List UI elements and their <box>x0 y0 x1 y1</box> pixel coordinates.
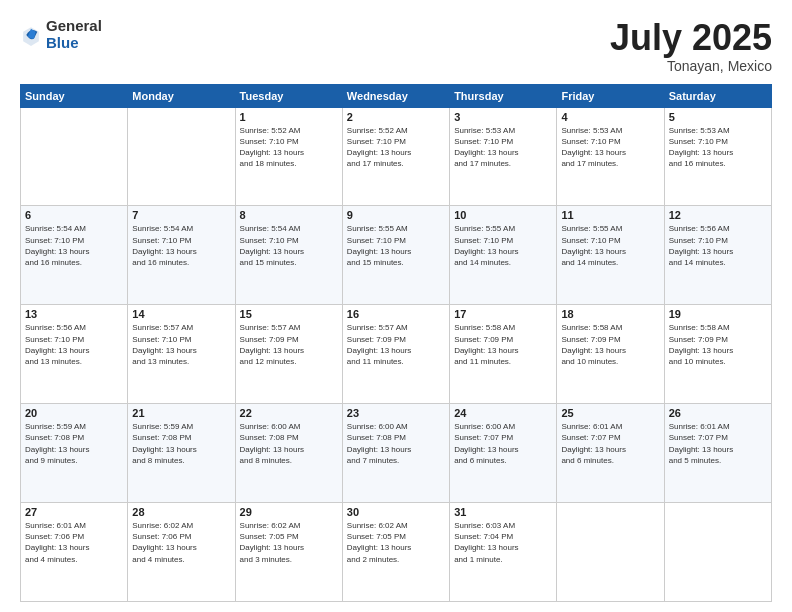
calendar-cell: 2Sunrise: 5:52 AMSunset: 7:10 PMDaylight… <box>342 107 449 206</box>
cell-info: Sunrise: 6:03 AMSunset: 7:04 PMDaylight:… <box>454 520 552 565</box>
day-number: 22 <box>240 407 338 419</box>
day-number: 13 <box>25 308 123 320</box>
col-saturday: Saturday <box>664 84 771 107</box>
cell-info: Sunrise: 5:58 AMSunset: 7:09 PMDaylight:… <box>561 322 659 367</box>
cell-info: Sunrise: 6:02 AMSunset: 7:06 PMDaylight:… <box>132 520 230 565</box>
calendar-cell: 5Sunrise: 5:53 AMSunset: 7:10 PMDaylight… <box>664 107 771 206</box>
day-number: 7 <box>132 209 230 221</box>
cell-info: Sunrise: 6:01 AMSunset: 7:06 PMDaylight:… <box>25 520 123 565</box>
page: General Blue July 2025 Tonayan, Mexico S… <box>0 0 792 612</box>
day-number: 5 <box>669 111 767 123</box>
day-number: 6 <box>25 209 123 221</box>
title-block: July 2025 Tonayan, Mexico <box>610 18 772 74</box>
cell-info: Sunrise: 6:00 AMSunset: 7:08 PMDaylight:… <box>347 421 445 466</box>
cell-info: Sunrise: 5:56 AMSunset: 7:10 PMDaylight:… <box>669 223 767 268</box>
calendar-cell: 7Sunrise: 5:54 AMSunset: 7:10 PMDaylight… <box>128 206 235 305</box>
cell-info: Sunrise: 5:53 AMSunset: 7:10 PMDaylight:… <box>454 125 552 170</box>
col-thursday: Thursday <box>450 84 557 107</box>
calendar-cell: 30Sunrise: 6:02 AMSunset: 7:05 PMDayligh… <box>342 503 449 602</box>
day-number: 8 <box>240 209 338 221</box>
day-number: 19 <box>669 308 767 320</box>
calendar-cell: 18Sunrise: 5:58 AMSunset: 7:09 PMDayligh… <box>557 305 664 404</box>
calendar-table: Sunday Monday Tuesday Wednesday Thursday… <box>20 84 772 602</box>
col-friday: Friday <box>557 84 664 107</box>
cell-info: Sunrise: 5:56 AMSunset: 7:10 PMDaylight:… <box>25 322 123 367</box>
cell-info: Sunrise: 5:55 AMSunset: 7:10 PMDaylight:… <box>347 223 445 268</box>
cell-info: Sunrise: 5:54 AMSunset: 7:10 PMDaylight:… <box>25 223 123 268</box>
calendar-cell: 8Sunrise: 5:54 AMSunset: 7:10 PMDaylight… <box>235 206 342 305</box>
calendar-cell: 14Sunrise: 5:57 AMSunset: 7:10 PMDayligh… <box>128 305 235 404</box>
calendar-header-row: Sunday Monday Tuesday Wednesday Thursday… <box>21 84 772 107</box>
calendar-cell: 15Sunrise: 5:57 AMSunset: 7:09 PMDayligh… <box>235 305 342 404</box>
day-number: 1 <box>240 111 338 123</box>
month-title: July 2025 <box>610 18 772 58</box>
calendar-week-2: 6Sunrise: 5:54 AMSunset: 7:10 PMDaylight… <box>21 206 772 305</box>
day-number: 12 <box>669 209 767 221</box>
calendar-cell: 25Sunrise: 6:01 AMSunset: 7:07 PMDayligh… <box>557 404 664 503</box>
cell-info: Sunrise: 6:00 AMSunset: 7:08 PMDaylight:… <box>240 421 338 466</box>
calendar-cell: 3Sunrise: 5:53 AMSunset: 7:10 PMDaylight… <box>450 107 557 206</box>
calendar-cell: 4Sunrise: 5:53 AMSunset: 7:10 PMDaylight… <box>557 107 664 206</box>
calendar-week-1: 1Sunrise: 5:52 AMSunset: 7:10 PMDaylight… <box>21 107 772 206</box>
calendar-cell <box>21 107 128 206</box>
cell-info: Sunrise: 5:52 AMSunset: 7:10 PMDaylight:… <box>240 125 338 170</box>
calendar-cell: 17Sunrise: 5:58 AMSunset: 7:09 PMDayligh… <box>450 305 557 404</box>
day-number: 11 <box>561 209 659 221</box>
logo: General Blue <box>20 18 102 51</box>
cell-info: Sunrise: 5:54 AMSunset: 7:10 PMDaylight:… <box>240 223 338 268</box>
location: Tonayan, Mexico <box>610 58 772 74</box>
calendar-cell: 12Sunrise: 5:56 AMSunset: 7:10 PMDayligh… <box>664 206 771 305</box>
day-number: 23 <box>347 407 445 419</box>
col-wednesday: Wednesday <box>342 84 449 107</box>
day-number: 9 <box>347 209 445 221</box>
cell-info: Sunrise: 5:58 AMSunset: 7:09 PMDaylight:… <box>669 322 767 367</box>
cell-info: Sunrise: 5:59 AMSunset: 7:08 PMDaylight:… <box>132 421 230 466</box>
day-number: 14 <box>132 308 230 320</box>
calendar-cell: 11Sunrise: 5:55 AMSunset: 7:10 PMDayligh… <box>557 206 664 305</box>
calendar-week-5: 27Sunrise: 6:01 AMSunset: 7:06 PMDayligh… <box>21 503 772 602</box>
day-number: 10 <box>454 209 552 221</box>
day-number: 18 <box>561 308 659 320</box>
calendar-cell: 26Sunrise: 6:01 AMSunset: 7:07 PMDayligh… <box>664 404 771 503</box>
day-number: 26 <box>669 407 767 419</box>
day-number: 28 <box>132 506 230 518</box>
calendar-cell: 24Sunrise: 6:00 AMSunset: 7:07 PMDayligh… <box>450 404 557 503</box>
day-number: 20 <box>25 407 123 419</box>
calendar-cell: 9Sunrise: 5:55 AMSunset: 7:10 PMDaylight… <box>342 206 449 305</box>
col-tuesday: Tuesday <box>235 84 342 107</box>
day-number: 29 <box>240 506 338 518</box>
logo-general-text: General <box>46 17 102 34</box>
cell-info: Sunrise: 5:57 AMSunset: 7:09 PMDaylight:… <box>240 322 338 367</box>
cell-info: Sunrise: 6:02 AMSunset: 7:05 PMDaylight:… <box>240 520 338 565</box>
day-number: 21 <box>132 407 230 419</box>
calendar-cell: 28Sunrise: 6:02 AMSunset: 7:06 PMDayligh… <box>128 503 235 602</box>
calendar-week-3: 13Sunrise: 5:56 AMSunset: 7:10 PMDayligh… <box>21 305 772 404</box>
day-number: 15 <box>240 308 338 320</box>
cell-info: Sunrise: 5:58 AMSunset: 7:09 PMDaylight:… <box>454 322 552 367</box>
calendar-cell: 13Sunrise: 5:56 AMSunset: 7:10 PMDayligh… <box>21 305 128 404</box>
day-number: 17 <box>454 308 552 320</box>
cell-info: Sunrise: 6:01 AMSunset: 7:07 PMDaylight:… <box>669 421 767 466</box>
day-number: 3 <box>454 111 552 123</box>
day-number: 24 <box>454 407 552 419</box>
cell-info: Sunrise: 5:57 AMSunset: 7:10 PMDaylight:… <box>132 322 230 367</box>
calendar-cell: 29Sunrise: 6:02 AMSunset: 7:05 PMDayligh… <box>235 503 342 602</box>
cell-info: Sunrise: 5:54 AMSunset: 7:10 PMDaylight:… <box>132 223 230 268</box>
day-number: 27 <box>25 506 123 518</box>
cell-info: Sunrise: 5:55 AMSunset: 7:10 PMDaylight:… <box>454 223 552 268</box>
calendar-cell: 20Sunrise: 5:59 AMSunset: 7:08 PMDayligh… <box>21 404 128 503</box>
calendar-cell: 16Sunrise: 5:57 AMSunset: 7:09 PMDayligh… <box>342 305 449 404</box>
calendar-cell: 23Sunrise: 6:00 AMSunset: 7:08 PMDayligh… <box>342 404 449 503</box>
calendar-cell: 21Sunrise: 5:59 AMSunset: 7:08 PMDayligh… <box>128 404 235 503</box>
calendar-week-4: 20Sunrise: 5:59 AMSunset: 7:08 PMDayligh… <box>21 404 772 503</box>
day-number: 25 <box>561 407 659 419</box>
day-number: 2 <box>347 111 445 123</box>
calendar-cell: 1Sunrise: 5:52 AMSunset: 7:10 PMDaylight… <box>235 107 342 206</box>
calendar-cell <box>664 503 771 602</box>
cell-info: Sunrise: 5:59 AMSunset: 7:08 PMDaylight:… <box>25 421 123 466</box>
day-number: 31 <box>454 506 552 518</box>
calendar-cell: 31Sunrise: 6:03 AMSunset: 7:04 PMDayligh… <box>450 503 557 602</box>
day-number: 16 <box>347 308 445 320</box>
calendar-cell <box>128 107 235 206</box>
cell-info: Sunrise: 5:53 AMSunset: 7:10 PMDaylight:… <box>561 125 659 170</box>
